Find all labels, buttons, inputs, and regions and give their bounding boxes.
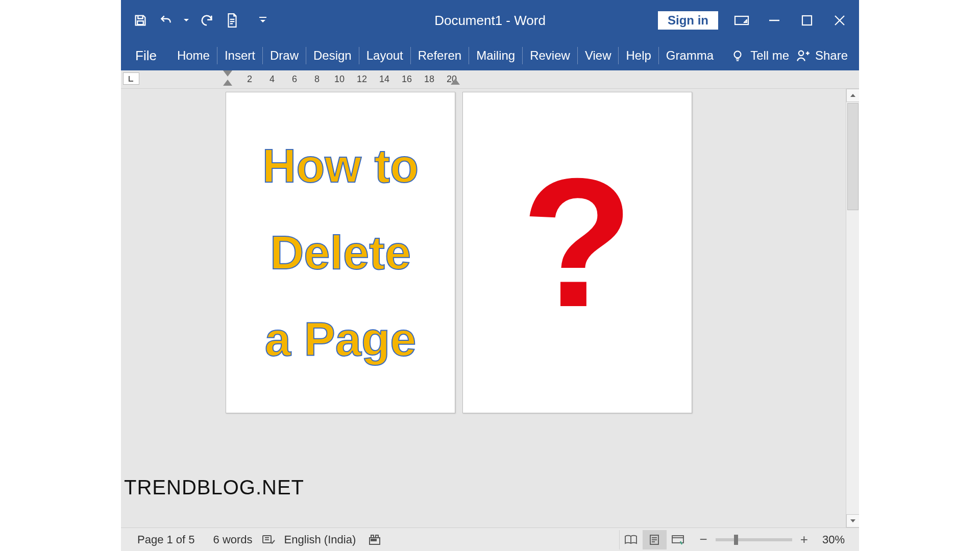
status-word-count[interactable]: 6 words [204, 533, 262, 546]
zoom-in-button[interactable]: + [797, 532, 811, 547]
sign-in-button[interactable]: Sign in [658, 11, 718, 30]
page1-line3: a Page [236, 296, 445, 383]
watermark-text: TRENDBLOG.NET [121, 476, 304, 499]
right-indent-marker[interactable] [451, 79, 460, 85]
svg-rect-15 [371, 539, 373, 541]
first-line-indent-marker[interactable] [223, 70, 232, 77]
tab-home[interactable]: Home [170, 45, 217, 66]
macro-recording-icon[interactable] [368, 533, 381, 546]
close-icon[interactable] [830, 11, 849, 30]
document-icon[interactable] [224, 12, 240, 29]
status-language[interactable]: English (India) [275, 533, 365, 546]
zoom-controls: − + 30% [690, 532, 852, 547]
minimize-icon[interactable] [765, 11, 783, 30]
document-area: How to Delete a Page ? TRENDBLOG.NET [121, 89, 859, 528]
status-bar: Page 1 of 5 6 words English (India) [121, 528, 859, 551]
page1-line2: Delete [236, 209, 445, 296]
tab-mailings[interactable]: Mailing [469, 45, 522, 66]
svg-rect-13 [371, 535, 374, 538]
page-1[interactable]: How to Delete a Page [226, 92, 455, 413]
scroll-down-arrow-icon[interactable] [846, 514, 859, 528]
redo-icon[interactable] [199, 12, 215, 29]
ruler-tick: 14 [373, 74, 396, 85]
tab-grammar[interactable]: Gramma [659, 45, 721, 66]
page2-question-mark[interactable]: ? [521, 151, 633, 334]
zoom-slider[interactable] [716, 538, 792, 541]
ruler-tick: 4 [261, 74, 283, 85]
tab-view[interactable]: View [578, 45, 619, 66]
tell-me-label: Tell me [750, 48, 789, 63]
read-mode-button[interactable] [619, 530, 643, 549]
tab-references[interactable]: Referen [411, 45, 469, 66]
horizontal-ruler[interactable]: 2 4 6 8 10 12 14 16 18 20 [223, 71, 463, 87]
web-layout-button[interactable] [666, 530, 690, 549]
ruler-tick: 10 [328, 74, 351, 85]
page1-wordart[interactable]: How to Delete a Page [226, 122, 455, 383]
tab-draw[interactable]: Draw [263, 45, 306, 66]
tab-selector[interactable] [123, 72, 139, 85]
tell-me-search[interactable]: Tell me [721, 48, 789, 63]
ruler-area: 2 4 6 8 10 12 14 16 18 20 [121, 70, 859, 89]
tab-layout[interactable]: Layout [359, 45, 410, 66]
ruler-tick: 6 [283, 74, 306, 85]
svg-rect-4 [802, 16, 812, 25]
undo-icon[interactable] [158, 12, 174, 29]
tab-design[interactable]: Design [306, 45, 359, 66]
hanging-indent-marker[interactable] [223, 80, 232, 86]
print-layout-button[interactable] [643, 530, 666, 549]
svg-rect-0 [137, 21, 143, 24]
tab-review[interactable]: Review [523, 45, 577, 66]
ribbon-display-options-icon[interactable] [732, 11, 751, 30]
svg-rect-14 [376, 535, 378, 538]
ruler-tick: 2 [238, 74, 261, 85]
tab-insert[interactable]: Insert [217, 45, 262, 66]
scrollbar-thumb[interactable] [847, 103, 859, 210]
ruler-tick: 8 [306, 74, 328, 85]
page-2[interactable]: ? [462, 92, 692, 413]
zoom-slider-thumb[interactable] [734, 535, 738, 545]
share-button[interactable]: Share [796, 48, 859, 63]
svg-rect-1 [259, 17, 266, 18]
undo-dropdown-icon[interactable] [183, 12, 189, 29]
tab-help[interactable]: Help [619, 45, 658, 66]
scroll-up-arrow-icon[interactable] [846, 89, 859, 102]
tab-file[interactable]: File [126, 45, 170, 66]
maximize-icon[interactable] [798, 11, 816, 30]
ruler-tick: 16 [396, 74, 418, 85]
share-label: Share [815, 48, 848, 63]
save-icon[interactable] [132, 12, 149, 29]
svg-point-8 [799, 51, 803, 56]
ruler-tick: 12 [351, 74, 373, 85]
svg-rect-16 [374, 539, 376, 541]
page1-line1: How to [236, 122, 445, 209]
svg-rect-22 [672, 536, 683, 543]
quick-access-toolbar [121, 12, 271, 29]
share-icon [796, 48, 810, 63]
vertical-scrollbar[interactable] [846, 89, 859, 528]
qat-customize-icon[interactable] [255, 12, 271, 29]
zoom-out-button[interactable]: − [697, 532, 710, 547]
status-page-number[interactable]: Page 1 of 5 [128, 533, 204, 546]
title-bar: Document1 - Word Sign in [121, 0, 859, 41]
spellcheck-icon[interactable] [262, 533, 275, 546]
zoom-percentage[interactable]: 30% [816, 533, 845, 546]
lightbulb-icon [731, 49, 744, 62]
ruler-tick: 18 [418, 74, 440, 85]
ribbon-tabs: File Home Insert Draw Design Layout Refe… [121, 41, 859, 70]
svg-point-7 [734, 51, 741, 58]
